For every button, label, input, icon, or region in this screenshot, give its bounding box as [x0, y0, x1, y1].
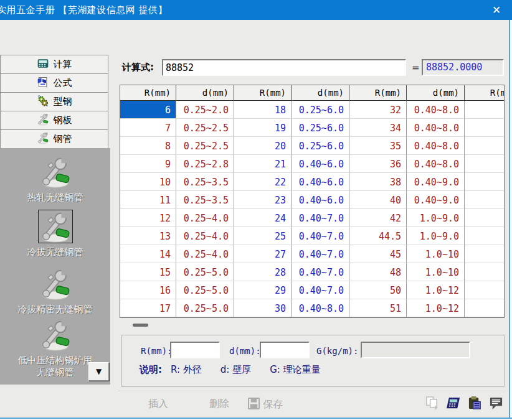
table-cell[interactable]: 1.0~9.0	[407, 227, 465, 245]
tool-item-2[interactable]: 冷拔无缝钢管	[0, 210, 110, 258]
table-cell[interactable]: 23	[234, 191, 292, 209]
table-cell[interactable]: 50	[349, 281, 407, 299]
table-column-header[interactable]: R(mm)	[349, 85, 407, 101]
table-cell[interactable]: 42	[349, 209, 407, 227]
table-cell[interactable]	[465, 119, 505, 137]
table-cell[interactable]: 32	[349, 101, 407, 119]
table-cell[interactable]: 0.25~6.0	[292, 101, 349, 119]
table-cell[interactable]: 17	[120, 299, 176, 317]
table-cell[interactable]: 0.40~8.0	[407, 101, 465, 119]
table-cell[interactable]: 0.25~5.0	[176, 299, 234, 317]
table-column-header[interactable]: d(mm)	[407, 85, 465, 101]
table-cell[interactable]: 0.40~8.0	[407, 137, 465, 155]
table-cell[interactable]: 29	[234, 281, 292, 299]
calculator-icon[interactable]	[447, 396, 461, 413]
table-cell[interactable]: 0.40~7.0	[292, 227, 349, 245]
table-cell[interactable]: 0.40~8.0	[292, 299, 349, 317]
scroll-down-button[interactable]: ▼	[88, 362, 109, 381]
table-cell[interactable]: 0.25~4.0	[176, 227, 234, 245]
table-column-header[interactable]: d(mm)	[292, 85, 349, 101]
table-cell[interactable]	[465, 209, 505, 227]
paste-icon[interactable]	[468, 396, 482, 413]
table-cell[interactable]: 1.0~10	[407, 263, 465, 281]
table-cell[interactable]: 21	[234, 155, 292, 173]
save-button[interactable]: 保存	[248, 398, 283, 412]
table-cell[interactable]: 0.40~7.0	[292, 263, 349, 281]
insert-button[interactable]: 插入	[148, 398, 168, 411]
table-cell[interactable]: 14	[120, 245, 176, 263]
comment-icon[interactable]	[489, 396, 503, 413]
r-field-input[interactable]	[170, 342, 220, 358]
table-cell[interactable]: 0.25~3.5	[176, 191, 234, 209]
d-field-input[interactable]	[260, 342, 310, 358]
table-cell[interactable]: 0.25~4.0	[176, 209, 234, 227]
table-cell[interactable]: 34	[349, 119, 407, 137]
calc-expression-input[interactable]	[162, 59, 406, 76]
table-cell[interactable]	[465, 191, 505, 209]
table-cell[interactable]: 0.40~7.0	[292, 209, 349, 227]
table-cell[interactable]: 0.25~6.0	[292, 137, 349, 155]
table-cell[interactable]: 0.25~5.0	[176, 281, 234, 299]
sidebar-nav-2[interactable]: 公式	[0, 73, 108, 93]
table-cell[interactable]: 1.0~12	[407, 299, 465, 317]
table-cell[interactable]	[465, 155, 505, 173]
table-cell[interactable]: 51	[349, 299, 407, 317]
table-cell[interactable]: 11	[120, 191, 176, 209]
table-cell[interactable]: 28	[234, 263, 292, 281]
table-cell[interactable]: 35	[349, 137, 407, 155]
table-cell[interactable]: 0.25~3.5	[176, 173, 234, 191]
delete-button[interactable]: 删除	[209, 398, 229, 411]
table-cell[interactable]	[465, 245, 505, 263]
table-cell[interactable]: 8	[120, 137, 176, 155]
table-cell[interactable]: 20	[234, 137, 292, 155]
table-cell[interactable]: 16	[120, 281, 176, 299]
table-cell[interactable]: 0.40~7.0	[292, 245, 349, 263]
table-cell[interactable]: 22	[234, 173, 292, 191]
table-cell[interactable]	[465, 263, 505, 281]
tool-item-3[interactable]: 冷拔精密无缝钢管	[0, 268, 110, 315]
table-cell[interactable]: 44.5	[349, 227, 407, 245]
table-cell[interactable]: 0.25~2.0	[176, 101, 234, 119]
splitter-handle[interactable]	[133, 324, 148, 327]
wrench-icon[interactable]	[39, 319, 72, 351]
table-cell[interactable]: 45	[349, 245, 407, 263]
table-cell[interactable]: 12	[120, 209, 176, 227]
table-cell[interactable]: 0.40~6.0	[292, 191, 349, 209]
table-column-header[interactable]: R(mm)	[120, 85, 176, 101]
table-cell[interactable]: 0.40~9.0	[407, 173, 465, 191]
table-cell[interactable]: 9	[120, 155, 176, 173]
table-cell[interactable]: 0.25~2.5	[176, 137, 234, 155]
table-cell[interactable]	[465, 299, 505, 317]
table-cell[interactable]: 0.40~8.0	[407, 119, 465, 137]
sidebar-nav-4[interactable]: 钢板	[0, 111, 108, 130]
wrench-icon[interactable]	[39, 268, 72, 300]
tool-item-1[interactable]: 热轧无缝钢管	[0, 156, 110, 203]
wrench-icon[interactable]	[39, 156, 72, 188]
table-cell[interactable]: 0.25~6.0	[292, 119, 349, 137]
table-cell[interactable]: 40	[349, 191, 407, 209]
table-cell[interactable]: 1.0~12	[407, 281, 465, 299]
table-cell[interactable]: 0.25~4.0	[176, 245, 234, 263]
table-cell[interactable]: 0.40~7.0	[292, 281, 349, 299]
table-cell[interactable]: 0.40~9.0	[407, 191, 465, 209]
table-cell[interactable]: 10	[120, 173, 176, 191]
table-cell[interactable]: 1.0~10	[407, 245, 465, 263]
table-cell[interactable]: 0.40~8.0	[407, 155, 465, 173]
table-column-header[interactable]: d(mm)	[176, 85, 234, 101]
table-cell[interactable]: 6	[120, 101, 176, 119]
table-cell[interactable]	[465, 101, 505, 119]
copy-record-icon[interactable]	[425, 396, 440, 413]
table-cell[interactable]	[465, 137, 505, 155]
sidebar-nav-1[interactable]: 计算	[0, 55, 108, 74]
table-cell[interactable]: 7	[120, 119, 176, 137]
pipe-table[interactable]: R(mm)67891011121314151617d(mm)0.25~2.00.…	[120, 85, 505, 318]
table-cell[interactable]: 13	[120, 227, 176, 245]
table-cell[interactable]	[465, 173, 505, 191]
table-cell[interactable]: 36	[349, 155, 407, 173]
sidebar-nav-5[interactable]: 钢管	[0, 129, 108, 149]
sidebar-nav-3[interactable]: Qx型钢	[0, 92, 108, 111]
wrench-icon[interactable]	[39, 210, 72, 243]
table-cell[interactable]: 25	[234, 227, 292, 245]
table-cell[interactable]: 15	[120, 263, 176, 281]
table-cell[interactable]: 1.0~9.0	[407, 209, 465, 227]
